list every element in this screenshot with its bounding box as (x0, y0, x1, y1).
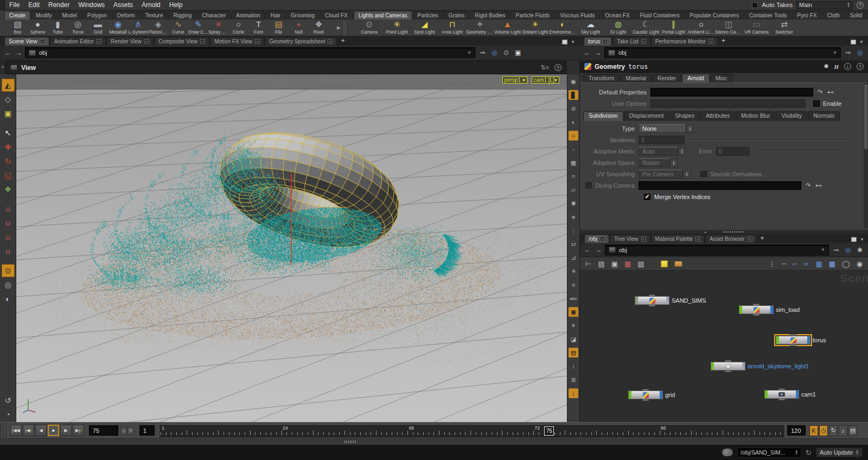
loop-mode-icon[interactable]: ↻ (829, 425, 838, 436)
layers-icon[interactable]: ≣ (569, 375, 578, 385)
node-render-flag[interactable] (660, 391, 662, 399)
pane-layout-icon[interactable] (562, 40, 567, 44)
shelf-tab-container-tools[interactable]: Container Tools (744, 11, 792, 20)
close-icon[interactable]: ✕ (709, 39, 713, 44)
param-tab-misc[interactable]: Misc (710, 74, 733, 82)
range-start-field[interactable]: 1 (139, 425, 155, 436)
back-arrow-icon[interactable]: ← (3, 49, 12, 57)
snapshot-camera-icon[interactable]: ⊙ (501, 49, 511, 56)
network-node-torus[interactable] (776, 336, 810, 344)
shelf-tool-circle[interactable]: ○Circle (228, 20, 248, 36)
param-tab-render[interactable]: Render (652, 74, 681, 82)
timeline-ruler[interactable]: 12448729612075 (159, 424, 785, 437)
node-render-flag[interactable] (666, 297, 669, 304)
shelf-tool-draw-curve[interactable]: ✎Draw Curve (188, 20, 208, 36)
thumbnail-view-icon[interactable]: ▣ (611, 260, 618, 268)
pane-menu-caret-icon[interactable]: ▼ (859, 40, 864, 44)
param-subtab-attributes[interactable]: Attributes (700, 111, 735, 121)
user-options-field[interactable] (650, 99, 806, 108)
forward-arrow-icon[interactable]: → (14, 49, 23, 57)
snap-corner-icon[interactable]: ⌐ (793, 260, 797, 268)
menu-windows[interactable]: Windows (74, 0, 109, 10)
back-arrow-icon[interactable]: ← (583, 49, 591, 57)
snapshot-icon[interactable]: ▣ (569, 307, 578, 317)
shelf-tool-spot-light[interactable]: ◢Spot Light (411, 20, 438, 36)
path-dropdown-caret-icon[interactable]: ▼ (821, 247, 825, 252)
pose-tool-icon[interactable]: ❖ (2, 183, 15, 196)
list-view-icon[interactable]: ▤ (598, 260, 604, 268)
pane-expand-icon[interactable]: ↕ (569, 388, 578, 398)
rotate-tool-icon[interactable]: ↻ (2, 155, 15, 168)
pane-menu-caret-icon[interactable]: ▼ (571, 40, 575, 44)
back-arrow-icon[interactable]: ← (583, 246, 592, 254)
iterations-field[interactable]: 1 (639, 136, 685, 144)
shelf-tool-curve[interactable]: ∿Curve (168, 20, 188, 36)
shelf-tool-tube[interactable]: ▮Tube (48, 20, 68, 36)
revert-icon[interactable]: ↷ (806, 182, 811, 189)
menu-file[interactable]: File (5, 0, 24, 10)
shelf-tab-pyro-fx[interactable]: Pyro FX (792, 11, 821, 20)
param-subtab-motion-blur[interactable]: Motion Blur (736, 111, 775, 121)
translate-tool-icon[interactable]: ✚ (2, 140, 15, 154)
lasso-select-icon[interactable]: ↺ (2, 394, 15, 407)
node-input-stub[interactable] (790, 334, 796, 336)
shelf-tool-spray-paint[interactable]: ✳Spray Paint (208, 20, 228, 36)
close-icon[interactable]: ✕ (641, 237, 646, 241)
shelf-tab-modify[interactable]: Modify (31, 11, 56, 20)
view-tool-icon[interactable]: ◭ (2, 79, 15, 92)
tab-composite-view[interactable]: Composite View✕ (154, 37, 209, 46)
node-body[interactable] (714, 362, 742, 370)
node-input-stub[interactable] (753, 304, 760, 305)
shelf-tool-environmen[interactable]: ◐Environmen... (549, 20, 577, 36)
shelf-tool-font[interactable]: TFont (248, 20, 269, 36)
visibility-sphere-icon[interactable]: ◔ (2, 408, 15, 421)
node-body[interactable] (742, 306, 770, 314)
no-select-icon[interactable]: ⊘ (569, 104, 578, 113)
grid-lines-icon[interactable]: ▦ (829, 260, 835, 268)
char-level-icon[interactable]: 12 (569, 239, 578, 249)
radial-menu-icon[interactable]: ◎ (489, 49, 499, 56)
auto-key-icon[interactable]: K (809, 425, 818, 436)
node-name-field[interactable]: torus (628, 63, 820, 71)
node-input-stub[interactable] (649, 295, 655, 296)
shelf-tool-file[interactable]: ▤File (269, 20, 289, 36)
lines-icon[interactable]: ≡ (569, 280, 578, 290)
clip-icon[interactable]: ∗ (569, 212, 578, 222)
grid-snap-icon[interactable]: ▦ (816, 260, 822, 268)
default-properties-field[interactable] (650, 88, 813, 97)
node-input-stub[interactable] (642, 389, 649, 391)
shelf-tool-switcher[interactable]: ⇄Switcher (770, 20, 798, 36)
close-icon[interactable]: ✕ (144, 39, 149, 44)
node-output-stub[interactable] (753, 314, 760, 316)
shelf-scroll-arrow[interactable]: ▶ (335, 20, 342, 36)
adaptive-space-spinner[interactable]: ▲▼ (670, 158, 678, 167)
node-input-stub[interactable] (725, 360, 731, 362)
shelf-tab-fluid-containers[interactable]: Fluid Containers (635, 11, 685, 20)
type-dropdown[interactable]: None (639, 124, 686, 133)
current-frame-field[interactable]: 75 (89, 425, 118, 436)
flatten-icon[interactable]: ✳ (569, 266, 578, 276)
secure-selection-icon[interactable]: ▣ (2, 107, 15, 120)
overview-eye-icon[interactable]: ◉ (857, 260, 863, 268)
view-help-icon[interactable]: ? (554, 64, 561, 71)
node-render-flag[interactable] (770, 306, 773, 314)
snap-grid-icon[interactable]: ∪ (2, 202, 15, 215)
shelf-tool-rivet[interactable]: ❖Rivet (309, 20, 329, 36)
param-scrollbar[interactable] (864, 83, 868, 228)
shelf-tool-portal-light[interactable]: ∥Portal Light (660, 20, 687, 36)
close-icon[interactable]: ✕ (328, 39, 333, 44)
shelf-tool-l-system[interactable]: ⋔L-System (128, 20, 148, 36)
menu-render[interactable]: Render (44, 0, 74, 10)
shelf-tool-vr-camera[interactable]: ▭VR Camera (743, 20, 770, 36)
param-subtab-shapes[interactable]: Shapes (669, 111, 700, 121)
dart-icon[interactable]: ⊿ (569, 253, 578, 263)
geometry-box-icon[interactable]: ◪ (569, 334, 578, 344)
menu-help[interactable]: Help (165, 0, 187, 10)
stack-dots-icon[interactable]: ⋮ (768, 260, 775, 268)
dots-icon[interactable]: ⋮ (569, 226, 578, 235)
uv-smoothing-spinner[interactable]: ▲▼ (683, 170, 691, 178)
jump-start-button[interactable]: |◀◀ (10, 425, 22, 436)
shelf-tab-particles[interactable]: Particles (413, 11, 443, 20)
shelf-tab-polygon[interactable]: Polygon (82, 11, 112, 20)
node-output-stub[interactable] (725, 370, 731, 372)
